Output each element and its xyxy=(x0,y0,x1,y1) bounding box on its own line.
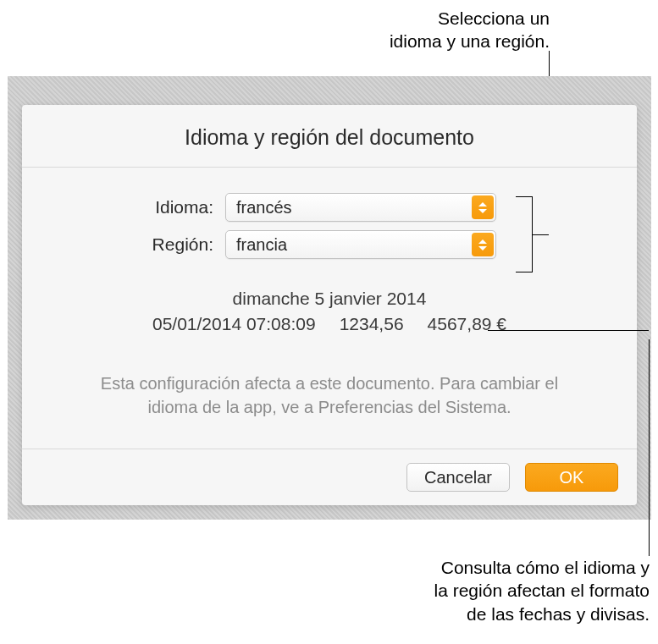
preview-row2: 05/01/2014 07:08:09 1234,56 4567,89 € xyxy=(73,311,586,337)
region-label: Región: xyxy=(73,234,225,255)
cancel-button[interactable]: Cancelar xyxy=(406,463,510,492)
callout-bottom-line3: de las fechas y divisas. xyxy=(434,603,650,625)
updown-arrows-icon xyxy=(472,195,494,219)
callout-bracket-top xyxy=(516,196,533,272)
callout-bottom: Consulta cómo el idioma y la región afec… xyxy=(434,556,650,625)
language-label: Idioma: xyxy=(73,197,225,217)
preview-long-date: dimanche 5 janvier 2014 xyxy=(73,286,586,311)
region-row: Región: francia xyxy=(73,230,586,259)
language-row: Idioma: francés xyxy=(73,193,586,222)
callout-bottom-line1: Consulta cómo el idioma y xyxy=(434,556,650,579)
dialog-backdrop: Idioma y región del documento Idioma: fr… xyxy=(8,76,651,520)
dialog-body: Idioma: francés Región: francia dimanche… xyxy=(22,168,637,449)
callout-top-line1: Selecciona un xyxy=(390,7,550,30)
callout-top-line2: idioma y una región. xyxy=(390,30,550,52)
updown-arrows-icon xyxy=(472,233,494,256)
helper-text: Esta configuración afecta a este documen… xyxy=(73,372,586,419)
ok-button[interactable]: OK xyxy=(525,463,618,492)
dialog-title: Idioma y región del documento xyxy=(22,105,637,168)
callout-top: Selecciona un idioma y una región. xyxy=(390,7,550,53)
region-value: francia xyxy=(236,235,287,255)
preview-currency: 4567,89 € xyxy=(428,311,506,337)
language-region-dialog: Idioma y región del documento Idioma: fr… xyxy=(22,105,637,505)
callout-bottom-line2: la región afectan el formato xyxy=(434,579,650,602)
region-dropdown[interactable]: francia xyxy=(225,230,496,259)
dialog-footer: Cancelar OK xyxy=(22,449,637,505)
language-dropdown[interactable]: francés xyxy=(225,193,496,222)
callout-line-top xyxy=(549,51,550,76)
callout-line-preview xyxy=(488,330,649,331)
callout-line-bottom xyxy=(649,339,650,556)
preview-number: 1234,56 xyxy=(340,311,404,337)
language-value: francés xyxy=(236,198,292,217)
preview-short-datetime: 05/01/2014 07:08:09 xyxy=(152,311,316,337)
